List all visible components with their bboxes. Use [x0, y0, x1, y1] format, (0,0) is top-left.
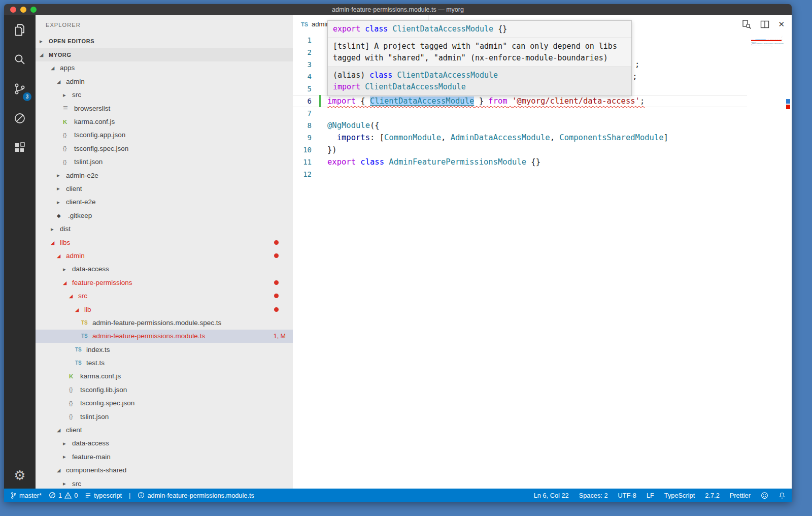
code-token: }) [327, 145, 337, 154]
error-dot-badge [274, 294, 279, 298]
activitybar-extensions[interactable] [4, 133, 36, 163]
git-branch-status[interactable]: master* [10, 492, 42, 499]
code-line-6[interactable]: 6import { ClientDataAccessModule } from … [293, 95, 747, 107]
tree-item-admin[interactable]: ◢admin [36, 249, 293, 262]
zoom-window-button[interactable] [30, 7, 37, 13]
minimize-window-button[interactable] [20, 7, 26, 13]
titlebar: admin-feature-permissions.module.ts — my… [4, 4, 792, 15]
hover-lint-message: [tslint] A project tagged with "admin" c… [328, 38, 631, 67]
tree-item-apps[interactable]: ◢apps [36, 61, 293, 75]
tree-item-tsconfig-app-json[interactable]: {}tsconfig.app.json [36, 128, 293, 142]
tree-item-client[interactable]: ▸client [36, 182, 293, 195]
linter-status[interactable]: typescript [85, 492, 122, 499]
tree-item-karma-conf-js[interactable]: Kkarma.conf.js [36, 370, 293, 383]
line-content: import { ClientDataAccessModule } from '… [315, 95, 645, 107]
tree-item-tsconfig-spec-json[interactable]: {}tsconfig.spec.json [36, 142, 293, 155]
activitybar-debug[interactable] [4, 104, 36, 133]
feedback-button[interactable] [761, 492, 768, 499]
tree-item-admin[interactable]: ◢admin [36, 75, 293, 88]
tree-item-components-shared[interactable]: ◢components-shared [36, 464, 293, 477]
code-token: ClientDataAccessModule [365, 82, 466, 91]
code-token: ; [632, 72, 637, 81]
overview-ruler-error-mark [786, 105, 790, 109]
karma-file-icon: K [63, 119, 73, 125]
tree-item-admin-feature-permissions-module-ts[interactable]: TSadmin-feature-permissions.module.ts1, … [36, 330, 293, 343]
settings-gear-button[interactable]: ⚙ [4, 468, 36, 483]
status-left: master* 1 0 typescript | [10, 492, 254, 499]
tree-item-src[interactable]: ▸src [36, 88, 293, 102]
code-token: '@myorg/client/data-access' [512, 96, 640, 106]
minimap[interactable]: ;';import { ClientDataAccessModule } fro… [751, 33, 784, 89]
tree-item-index-ts[interactable]: TSindex.ts [36, 343, 293, 356]
status-spaces-2[interactable]: Spaces: 2 [579, 492, 608, 499]
tree-item-data-access[interactable]: ▸data-access [36, 263, 293, 276]
workbench: 3 ⚙ EXPLORER ▸OPEN EDITORS◢MYORG◢apps◢ad… [4, 15, 792, 489]
status-ln-6-col-22[interactable]: Ln 6, Col 22 [534, 492, 569, 499]
braces-file-icon: {} [63, 159, 73, 165]
overview-ruler[interactable] [785, 33, 792, 489]
code-editor[interactable]: 123;4';56import { ClientDataAccessModule… [293, 33, 747, 489]
tree-item-client[interactable]: ◢client [36, 423, 293, 436]
activitybar-search[interactable] [4, 45, 36, 74]
line-content: export class AdminFeaturePermissionsModu… [315, 156, 540, 168]
bell-icon [779, 492, 786, 499]
tree-item-tsconfig-lib-json[interactable]: {}tsconfig.lib.json [36, 383, 293, 396]
code-line-9[interactable]: 9 imports: [CommonModule, AdminDataAcces… [293, 132, 747, 144]
open-changes-button[interactable] [741, 19, 752, 29]
code-token: {} [498, 24, 507, 34]
tree-item-karma-conf-js[interactable]: Kkarma.conf.js [36, 115, 293, 128]
code-line-12[interactable]: 12 [293, 168, 747, 180]
activitybar-source-control[interactable]: 3 [4, 74, 36, 104]
tree-item-src[interactable]: ▸src [36, 477, 293, 489]
problems-status[interactable]: 1 0 [49, 492, 78, 499]
active-file-status[interactable]: admin-feature-permissions.module.ts [138, 492, 254, 499]
section-open-editors[interactable]: ▸OPEN EDITORS [36, 35, 293, 48]
twisty-icon: ▸ [63, 266, 71, 273]
code-line-10[interactable]: 10}) [293, 144, 747, 156]
status-utf-8[interactable]: UTF-8 [618, 492, 636, 499]
status-prettier[interactable]: Prettier [730, 492, 751, 499]
item-label: karma.conf.js [80, 372, 121, 380]
tree-item-tslint-json[interactable]: {}tslint.json [36, 155, 293, 169]
close-icon: ✕ [778, 20, 785, 29]
twisty-icon: ◢ [75, 307, 83, 312]
tree-item-admin-e2e[interactable]: ▸admin-e2e [36, 169, 293, 182]
tree-item-lib[interactable]: ◢lib [36, 303, 293, 316]
line-number: 4 [293, 71, 315, 83]
code-token: CommonModule [384, 133, 441, 142]
close-window-button[interactable] [10, 7, 16, 13]
tree-item-feature-main[interactable]: ▸feature-main [36, 450, 293, 463]
code-line-11[interactable]: 11export class AdminFeaturePermissionsMo… [293, 156, 747, 168]
tree-item-dist[interactable]: ▸dist [36, 222, 293, 235]
item-label: admin-feature-permissions.module.spec.ts [92, 319, 221, 327]
code-line-7[interactable]: 7 [293, 107, 747, 119]
code-token: ComponentsSharedModule [774, 43, 784, 44]
tree-item-src[interactable]: ◢src [36, 289, 293, 302]
ts-file-icon: TS [75, 347, 85, 352]
tree-item-feature-permissions[interactable]: ◢feature-permissions [36, 276, 293, 289]
notifications-button[interactable] [779, 492, 786, 499]
status-typescript[interactable]: TypeScript [664, 492, 695, 499]
close-editor-button[interactable]: ✕ [778, 20, 785, 29]
tree-item-admin-feature-permissions-module-spec-ts[interactable]: TSadmin-feature-permissions.module.spec.… [36, 316, 293, 329]
tree-item-client-e2e[interactable]: ▸client-e2e [36, 196, 293, 209]
braces-file-icon: {} [63, 145, 73, 151]
code-token: {} [771, 45, 772, 46]
gear-icon: ⚙ [14, 468, 25, 483]
tree-item-browserslist[interactable]: ☰browserslist [36, 102, 293, 115]
split-editor-button[interactable] [760, 19, 770, 29]
code-line-8[interactable]: 8@NgModule({ [293, 119, 747, 132]
section-myorg[interactable]: ◢MYORG [36, 48, 293, 61]
activitybar-explorer[interactable] [4, 15, 36, 45]
status-2-7-2[interactable]: 2.7.2 [705, 492, 719, 499]
tree-item-gitkeep[interactable]: ◆.gitkeep [36, 209, 293, 222]
list-file-icon: ☰ [63, 105, 73, 112]
item-label: admin-feature-permissions.module.ts [92, 332, 205, 340]
tree-item-test-ts[interactable]: TStest.ts [36, 356, 293, 369]
desktop-background: { "window": { "title": "admin-feature-pe… [0, 0, 812, 516]
tree-item-libs[interactable]: ◢libs [36, 236, 293, 249]
tree-item-tslint-json[interactable]: {}tslint.json [36, 410, 293, 423]
tree-item-tsconfig-spec-json[interactable]: {}tsconfig.spec.json [36, 397, 293, 410]
tree-item-data-access[interactable]: ▸data-access [36, 437, 293, 450]
status-lf[interactable]: LF [647, 492, 654, 499]
